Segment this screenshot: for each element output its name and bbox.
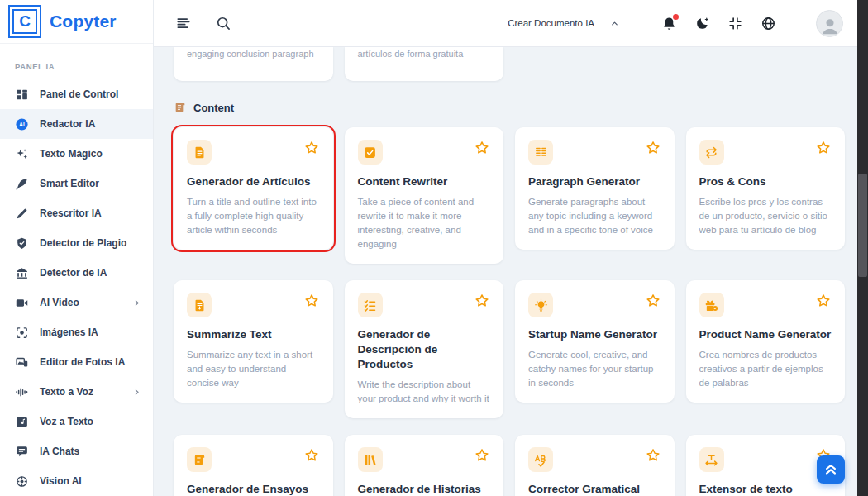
sidebar-item[interactable]: IA Chats [0, 436, 153, 466]
tool-card[interactable]: Startup Name Generator Generate cool, cr… [515, 280, 675, 403]
scroll-icon [174, 101, 187, 114]
tool-card-partial-text: artículos de forma gratuita [358, 49, 464, 59]
tool-card-header [699, 293, 832, 317]
tool-card[interactable]: Corrector Gramatical Asegúrese de que no… [515, 435, 675, 496]
tool-card-title: Corrector Gramatical [528, 482, 661, 496]
svg-text:AI: AI [19, 121, 25, 126]
video-icon [15, 296, 29, 310]
menu-icon[interactable] [175, 15, 192, 31]
brand-logo[interactable]: C Copyter [0, 0, 153, 44]
sidebar-item[interactable]: Vision AI [0, 466, 153, 496]
sidebar-item-label: AI Video [40, 297, 122, 308]
waveform-icon [15, 385, 29, 399]
favorite-star-icon[interactable] [474, 447, 490, 464]
content-area[interactable]: engaging conclusion paragraph artículos … [154, 47, 868, 496]
sidebar-item[interactable]: Panel de Control [0, 79, 153, 109]
tool-card-header [699, 447, 832, 472]
pencil-icon [15, 207, 29, 221]
user-avatar[interactable] [816, 10, 843, 37]
sidebar-item-label: Vision AI [40, 475, 141, 487]
favorite-star-icon[interactable] [815, 140, 832, 156]
bank-icon [15, 266, 29, 280]
favorite-star-icon[interactable] [303, 447, 320, 464]
sidebar-item[interactable]: Voz a Texto [0, 407, 153, 436]
favorite-star-icon[interactable] [645, 140, 661, 156]
sidebar-section-label: PANEL IA [0, 44, 153, 79]
tool-card[interactable]: Generador de Ensayos Crea ensayos académ… [174, 435, 333, 496]
favorite-star-icon[interactable] [815, 293, 832, 309]
sidebar-item[interactable]: Imágenes IA [0, 317, 153, 347]
tool-card-header [358, 447, 491, 472]
swap-icon [699, 140, 724, 165]
tool-card-description: Turn a title and outline text into a ful… [187, 195, 320, 237]
create-document-dropdown[interactable]: Crear Documento IA [508, 18, 620, 29]
create-document-label: Crear Documento IA [508, 18, 594, 28]
sidebar-item-label: Texto Mágico [40, 148, 141, 160]
tool-card-header [528, 447, 661, 472]
topbar-action-button[interactable] [694, 16, 710, 31]
tool-card[interactable]: Paragraph Generator Generate paragraphs … [515, 127, 675, 250]
sidebar-item[interactable]: Detector de Plagio [0, 228, 153, 258]
favorite-star-icon[interactable] [474, 293, 490, 309]
favorite-star-icon[interactable] [645, 447, 661, 464]
sidebar-item[interactable]: Detector de IA [0, 258, 153, 288]
browser-scrollbar[interactable] [857, 0, 868, 496]
sidebar-item-label: Redactor IA [40, 118, 141, 130]
favorite-star-icon[interactable] [303, 293, 320, 309]
tool-card-title: Paragraph Generator [528, 174, 661, 189]
topbar-action-button[interactable] [661, 16, 677, 31]
tool-card-description: Generate cool, creative, and catchy name… [528, 348, 661, 390]
tool-card-title: Extensor de texto [699, 482, 832, 496]
text-expand-icon [699, 447, 724, 472]
topbar-action-button[interactable] [727, 16, 743, 31]
shield-check-icon [15, 236, 29, 250]
sidebar-item-label: Texto a Voz [40, 386, 122, 398]
sidebar-item[interactable]: Reescritor IA [0, 198, 153, 228]
tool-card-partial[interactable]: engaging conclusion paragraph [174, 47, 333, 81]
favorite-star-icon[interactable] [474, 140, 490, 156]
checklist-icon [358, 293, 383, 317]
tool-card[interactable]: Content Rewriter Take a piece of content… [345, 127, 504, 264]
tool-card-description: Take a piece of content and rewrite it t… [358, 195, 491, 251]
tool-card-description: Escribe los pros y los contras de un pro… [699, 195, 832, 237]
sidebar-item-label: Detector de IA [40, 267, 141, 279]
tool-card-header [358, 293, 491, 317]
tool-card-title: Generador de Ensayos [187, 482, 320, 496]
search-icon[interactable] [215, 15, 231, 31]
favorite-star-icon[interactable] [645, 293, 661, 309]
tool-card-header [528, 140, 661, 165]
tool-card-description: Summarize any text in a short and easy t… [187, 348, 320, 390]
app-window: C Copyter PANEL IA Panel de Control AI R… [0, 0, 868, 496]
sidebar-item[interactable]: AI Video [0, 288, 153, 317]
scroll-to-top-button[interactable] [817, 455, 845, 484]
tool-card[interactable]: Product Name Generator Crea nombres de p… [686, 280, 846, 403]
tool-card[interactable]: Generador de Historias Permita que la IA… [345, 435, 504, 496]
tool-card[interactable]: Summarize Text Summarize any text in a s… [174, 280, 333, 403]
tool-card-title: Pros & Cons [699, 174, 832, 189]
scrollbar-thumb[interactable] [858, 174, 867, 277]
favorite-star-icon[interactable] [303, 140, 320, 156]
notification-badge [673, 14, 679, 20]
sidebar-item[interactable]: Smart Editor [0, 169, 153, 198]
chevron-up-icon [609, 18, 620, 29]
topbar: Crear Documento IA [154, 0, 868, 47]
sidebar-nav: Panel de Control AI Redactor IA Texto Má… [0, 79, 153, 496]
partial-cards-row: engaging conclusion paragraph artículos … [174, 47, 845, 81]
sidebar-item[interactable]: Editor de Fotos IA [0, 347, 153, 377]
tool-card[interactable]: Pros & Cons Escribe los pros y los contr… [686, 127, 846, 250]
sidebar-item[interactable]: AI Redactor IA [0, 109, 153, 139]
tool-card-header [187, 447, 320, 472]
topbar-action-button[interactable] [761, 16, 776, 31]
tool-card-partial[interactable]: artículos de forma gratuita [345, 47, 504, 81]
user-icon [817, 11, 842, 36]
tool-card-partial-text: engaging conclusion paragraph [187, 49, 314, 59]
columns-list-icon [528, 140, 553, 165]
sidebar-item[interactable]: Texto a Voz [0, 377, 153, 407]
tool-card[interactable]: Generador de Descripción de Productos Wr… [345, 280, 504, 418]
sidebar-item[interactable]: Texto Mágico [0, 139, 153, 169]
tool-card[interactable]: Generador de Artículos Turn a title and … [174, 127, 333, 250]
file-text-icon [187, 140, 212, 165]
chevron-right-icon [132, 298, 141, 308]
spellcheck-icon [528, 447, 553, 472]
brand-name: Copyter [50, 12, 117, 31]
